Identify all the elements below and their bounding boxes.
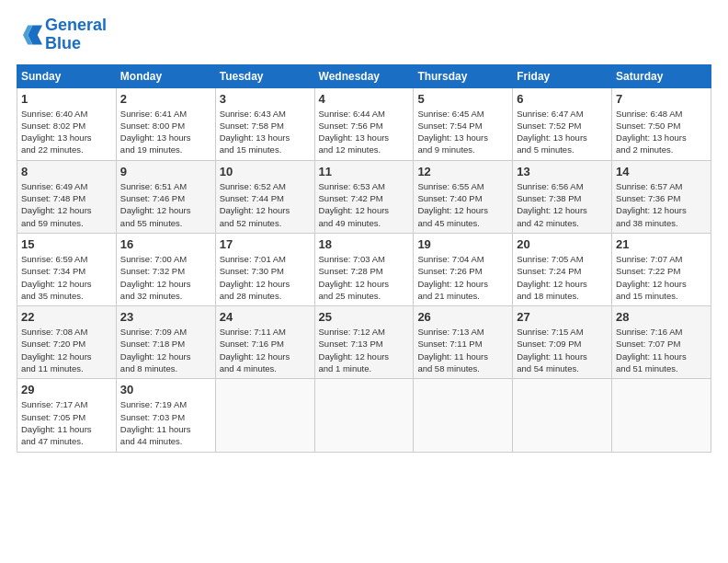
calendar-cell: 24Sunrise: 7:11 AMSunset: 7:16 PMDayligh… bbox=[215, 306, 314, 379]
day-info: Sunrise: 6:43 AMSunset: 7:58 PMDaylight:… bbox=[220, 109, 290, 155]
calendar-cell: 14Sunrise: 6:57 AMSunset: 7:36 PMDayligh… bbox=[612, 160, 711, 233]
calendar-table: SundayMondayTuesdayWednesdayThursdayFrid… bbox=[17, 64, 711, 453]
calendar-cell: 6Sunrise: 6:47 AMSunset: 7:52 PMDaylight… bbox=[513, 87, 612, 160]
logo-icon bbox=[17, 22, 42, 48]
day-info: Sunrise: 6:40 AMSunset: 8:02 PMDaylight:… bbox=[21, 109, 92, 155]
calendar-cell: 13Sunrise: 6:56 AMSunset: 7:38 PMDayligh… bbox=[513, 160, 612, 233]
day-info: Sunrise: 7:13 AMSunset: 7:11 PMDaylight:… bbox=[417, 327, 488, 373]
calendar-cell: 27Sunrise: 7:15 AMSunset: 7:09 PMDayligh… bbox=[513, 306, 612, 379]
calendar-cell: 22Sunrise: 7:08 AMSunset: 7:20 PMDayligh… bbox=[17, 306, 117, 379]
day-info: Sunrise: 6:51 AMSunset: 7:46 PMDaylight:… bbox=[120, 181, 191, 228]
day-info: Sunrise: 7:11 AMSunset: 7:16 PMDaylight:… bbox=[220, 327, 290, 373]
header: General Blue bbox=[17, 17, 711, 53]
calendar-cell: 3Sunrise: 6:43 AMSunset: 7:58 PMDaylight… bbox=[215, 87, 314, 160]
day-info: Sunrise: 7:17 AMSunset: 7:05 PMDaylight:… bbox=[21, 399, 92, 446]
day-number: 18 bbox=[319, 237, 410, 251]
day-number: 15 bbox=[21, 237, 112, 251]
calendar-cell: 1Sunrise: 6:40 AMSunset: 8:02 PMDaylight… bbox=[17, 87, 117, 160]
day-header-tuesday: Tuesday bbox=[215, 64, 314, 87]
day-header-monday: Monday bbox=[116, 64, 215, 87]
day-number: 1 bbox=[21, 92, 112, 106]
day-info: Sunrise: 7:04 AMSunset: 7:26 PMDaylight:… bbox=[417, 254, 488, 301]
calendar-cell bbox=[215, 379, 314, 452]
day-info: Sunrise: 6:49 AMSunset: 7:48 PMDaylight:… bbox=[21, 181, 92, 228]
day-number: 26 bbox=[417, 310, 508, 324]
day-number: 24 bbox=[220, 310, 311, 324]
calendar-cell: 17Sunrise: 7:01 AMSunset: 7:30 PMDayligh… bbox=[215, 233, 314, 305]
day-number: 11 bbox=[319, 165, 410, 178]
day-number: 8 bbox=[21, 165, 112, 178]
day-info: Sunrise: 7:07 AMSunset: 7:22 PMDaylight:… bbox=[616, 254, 687, 301]
day-info: Sunrise: 7:08 AMSunset: 7:20 PMDaylight:… bbox=[21, 327, 92, 373]
calendar-cell: 7Sunrise: 6:48 AMSunset: 7:50 PMDaylight… bbox=[612, 87, 711, 160]
header-row: SundayMondayTuesdayWednesdayThursdayFrid… bbox=[17, 64, 711, 87]
calendar-cell bbox=[314, 379, 414, 452]
day-header-saturday: Saturday bbox=[612, 64, 711, 87]
day-number: 7 bbox=[616, 92, 707, 106]
day-number: 22 bbox=[21, 310, 112, 324]
day-info: Sunrise: 6:52 AMSunset: 7:44 PMDaylight:… bbox=[220, 181, 290, 228]
calendar-cell: 18Sunrise: 7:03 AMSunset: 7:28 PMDayligh… bbox=[314, 233, 414, 305]
calendar-week-4: 22Sunrise: 7:08 AMSunset: 7:20 PMDayligh… bbox=[17, 306, 711, 379]
day-info: Sunrise: 6:41 AMSunset: 8:00 PMDaylight:… bbox=[120, 109, 191, 155]
day-info: Sunrise: 7:03 AMSunset: 7:28 PMDaylight:… bbox=[319, 254, 390, 301]
calendar-cell bbox=[414, 379, 513, 452]
calendar-cell: 28Sunrise: 7:16 AMSunset: 7:07 PMDayligh… bbox=[612, 306, 711, 379]
calendar-cell bbox=[612, 379, 711, 452]
day-info: Sunrise: 6:44 AMSunset: 7:56 PMDaylight:… bbox=[319, 109, 390, 155]
day-info: Sunrise: 6:48 AMSunset: 7:50 PMDaylight:… bbox=[616, 109, 687, 155]
day-header-thursday: Thursday bbox=[414, 64, 513, 87]
calendar-week-3: 15Sunrise: 6:59 AMSunset: 7:34 PMDayligh… bbox=[17, 233, 711, 305]
calendar-cell: 10Sunrise: 6:52 AMSunset: 7:44 PMDayligh… bbox=[215, 160, 314, 233]
day-number: 29 bbox=[21, 383, 112, 396]
day-number: 14 bbox=[616, 165, 707, 178]
calendar-cell: 15Sunrise: 6:59 AMSunset: 7:34 PMDayligh… bbox=[17, 233, 117, 305]
day-number: 13 bbox=[517, 165, 608, 178]
calendar-cell: 12Sunrise: 6:55 AMSunset: 7:40 PMDayligh… bbox=[414, 160, 513, 233]
day-number: 21 bbox=[616, 237, 707, 251]
day-number: 12 bbox=[417, 165, 508, 178]
day-number: 5 bbox=[417, 92, 508, 106]
day-info: Sunrise: 6:53 AMSunset: 7:42 PMDaylight:… bbox=[319, 181, 390, 228]
logo: General Blue bbox=[17, 17, 107, 53]
day-header-friday: Friday bbox=[513, 64, 612, 87]
calendar-week-5: 29Sunrise: 7:17 AMSunset: 7:05 PMDayligh… bbox=[17, 379, 711, 452]
day-info: Sunrise: 6:57 AMSunset: 7:36 PMDaylight:… bbox=[616, 181, 687, 228]
calendar-cell: 5Sunrise: 6:45 AMSunset: 7:54 PMDaylight… bbox=[414, 87, 513, 160]
calendar-cell: 19Sunrise: 7:04 AMSunset: 7:26 PMDayligh… bbox=[414, 233, 513, 305]
day-info: Sunrise: 6:55 AMSunset: 7:40 PMDaylight:… bbox=[417, 181, 488, 228]
day-number: 23 bbox=[120, 310, 211, 324]
calendar-week-1: 1Sunrise: 6:40 AMSunset: 8:02 PMDaylight… bbox=[17, 87, 711, 160]
day-number: 2 bbox=[120, 92, 211, 106]
calendar-cell: 11Sunrise: 6:53 AMSunset: 7:42 PMDayligh… bbox=[314, 160, 414, 233]
day-number: 3 bbox=[220, 92, 311, 106]
calendar-cell: 21Sunrise: 7:07 AMSunset: 7:22 PMDayligh… bbox=[612, 233, 711, 305]
day-info: Sunrise: 7:00 AMSunset: 7:32 PMDaylight:… bbox=[120, 254, 191, 301]
calendar-cell: 26Sunrise: 7:13 AMSunset: 7:11 PMDayligh… bbox=[414, 306, 513, 379]
calendar-cell: 8Sunrise: 6:49 AMSunset: 7:48 PMDaylight… bbox=[17, 160, 117, 233]
day-info: Sunrise: 6:45 AMSunset: 7:54 PMDaylight:… bbox=[417, 109, 488, 155]
calendar-week-2: 8Sunrise: 6:49 AMSunset: 7:48 PMDaylight… bbox=[17, 160, 711, 233]
day-number: 20 bbox=[517, 237, 608, 251]
calendar-cell bbox=[513, 379, 612, 452]
calendar-cell: 29Sunrise: 7:17 AMSunset: 7:05 PMDayligh… bbox=[17, 379, 117, 452]
calendar-cell: 4Sunrise: 6:44 AMSunset: 7:56 PMDaylight… bbox=[314, 87, 414, 160]
day-number: 30 bbox=[120, 383, 211, 396]
day-number: 9 bbox=[120, 165, 211, 178]
day-number: 6 bbox=[517, 92, 608, 106]
calendar-cell: 9Sunrise: 6:51 AMSunset: 7:46 PMDaylight… bbox=[116, 160, 215, 233]
day-number: 27 bbox=[517, 310, 608, 324]
day-number: 16 bbox=[120, 237, 211, 251]
day-info: Sunrise: 6:56 AMSunset: 7:38 PMDaylight:… bbox=[517, 181, 587, 228]
day-number: 10 bbox=[220, 165, 311, 178]
day-number: 19 bbox=[417, 237, 508, 251]
day-info: Sunrise: 7:01 AMSunset: 7:30 PMDaylight:… bbox=[220, 254, 290, 301]
calendar-cell: 30Sunrise: 7:19 AMSunset: 7:03 PMDayligh… bbox=[116, 379, 215, 452]
day-info: Sunrise: 7:05 AMSunset: 7:24 PMDaylight:… bbox=[517, 254, 587, 301]
calendar-cell: 20Sunrise: 7:05 AMSunset: 7:24 PMDayligh… bbox=[513, 233, 612, 305]
day-number: 25 bbox=[319, 310, 410, 324]
day-info: Sunrise: 7:15 AMSunset: 7:09 PMDaylight:… bbox=[517, 327, 587, 373]
day-info: Sunrise: 7:09 AMSunset: 7:18 PMDaylight:… bbox=[120, 327, 191, 373]
calendar-cell: 2Sunrise: 6:41 AMSunset: 8:00 PMDaylight… bbox=[116, 87, 215, 160]
day-info: Sunrise: 6:59 AMSunset: 7:34 PMDaylight:… bbox=[21, 254, 92, 301]
